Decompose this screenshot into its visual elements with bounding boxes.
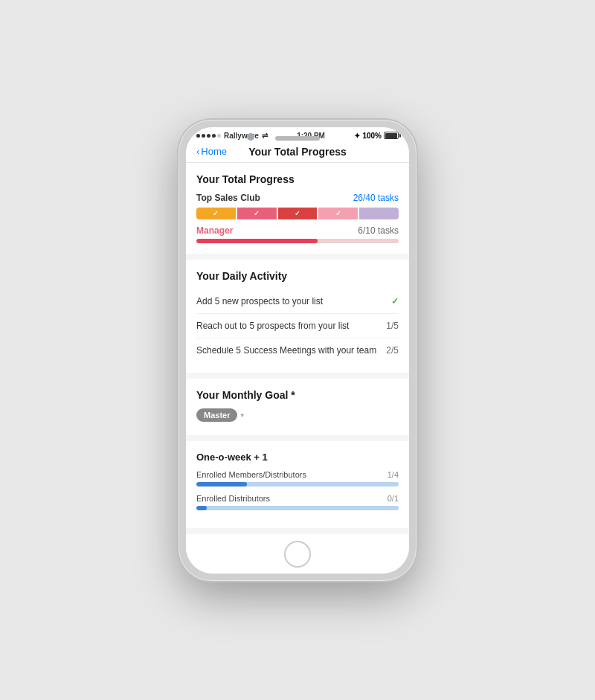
metric-row-2: Enrolled Distributors 0/1 [196,494,399,510]
segment-1: ✓ [196,208,236,219]
total-progress-section: Your Total Progress Top Sales Club 26/40… [186,163,409,254]
metric-header-2: Enrolled Distributors 0/1 [196,494,399,503]
nav-bar: ‹ Home Your Total Progress [186,141,409,163]
phone-frame: Rallyware ⇌ 1:20 PM ✦ 100% ‹ Home Your T… [178,120,416,581]
dot4 [212,134,216,138]
dot3 [207,134,210,138]
daily-activity-section: Your Daily Activity Add 5 new prospects … [186,260,409,373]
metric-bar-track-2 [196,506,399,510]
back-label: Home [201,146,227,157]
top-sales-club-header: Top Sales Club 26/40 tasks [196,193,399,203]
activity-label-3: Schedule 5 Success Meetings with your te… [196,345,376,356]
bluetooth-icon: ✦ [354,132,360,140]
activity-label-1: Add 5 new prospects to your list [196,296,323,306]
segment-3: ✓ [278,208,318,219]
manager-header: Manager 6/10 tasks [196,225,399,236]
activity-item-2: Reach out to 5 prospects from your list … [196,314,399,338]
battery-fill [385,133,397,138]
monthly-goal-title: Your Monthly Goal * [196,389,399,401]
dot5 [217,134,221,138]
metric-row-1: Enrolled Members/Distributors 1/4 [196,470,399,487]
metric-bar-track-1 [196,482,399,487]
top-sales-label: Top Sales Club [196,193,260,203]
status-right: ✦ 100% [354,132,399,140]
manager-bar-fill [196,239,318,243]
metric-label-1: Enrolled Members/Distributors [196,470,306,479]
nav-title: Your Total Progress [234,146,361,158]
master-asterisk: * [240,412,243,421]
daily-activity-title: Your Daily Activity [196,270,399,282]
master-badge: Master [196,408,237,422]
activity-label-2: Reach out to 5 prospects from your list [196,321,349,331]
phone-camera [247,133,254,141]
wifi-icon: ⇌ [262,132,268,140]
activity-value-2: 1/5 [386,321,399,331]
segment-2: ✓ [237,208,277,219]
segment-5 [359,208,399,219]
manager-label: Manager [196,225,233,236]
activity-value-3: 2/5 [386,345,399,356]
activity-item-1: Add 5 new prospects to your list ✓ [196,289,399,314]
check-2: ✓ [254,210,260,217]
monthly-goal-section: Your Monthly Goal * Master * [186,379,409,435]
manager-bar-track [196,239,399,243]
phone-speaker [275,136,320,141]
back-chevron-icon: ‹ [196,146,199,157]
battery-percent: 100% [362,132,382,140]
activity-item-3: Schedule 5 Success Meetings with your te… [196,338,399,362]
master-badge-row: Master * [196,408,399,425]
dot1 [196,134,200,138]
one-o-week-title: One-o-week + 1 [196,452,399,463]
one-o-week-section: One-o-week + 1 Enrolled Members/Distribu… [186,441,409,528]
home-button[interactable] [284,541,311,568]
manager-count: 6/10 tasks [358,225,399,236]
home-indicator-area [186,535,409,574]
status-left: Rallyware ⇌ [196,132,268,140]
segment-4: ✓ [318,208,358,219]
activity-status-1: ✓ [391,296,399,306]
total-progress-title: Your Total Progress [196,173,399,185]
back-button[interactable]: ‹ Home [196,146,234,157]
check-1: ✓ [213,210,219,217]
check-3: ✓ [295,210,300,217]
phone-screen: Rallyware ⇌ 1:20 PM ✦ 100% ‹ Home Your T… [186,127,409,574]
dot2 [202,134,205,138]
metric-bar-fill-2 [196,506,207,510]
metric-bar-fill-1 [196,482,247,487]
metric-header-1: Enrolled Members/Distributors 1/4 [196,470,399,479]
metric-value-1: 1/4 [387,470,399,479]
battery-icon [384,132,399,139]
metric-label-2: Enrolled Distributors [196,494,270,503]
content-area[interactable]: Your Total Progress Top Sales Club 26/40… [186,163,409,535]
top-sales-count: 26/40 tasks [353,193,399,203]
metric-value-2: 0/1 [387,494,399,503]
check-4: ✓ [335,210,341,217]
top-sales-segmented-bar: ✓ ✓ ✓ ✓ [196,208,399,219]
signal-dots [196,134,221,138]
